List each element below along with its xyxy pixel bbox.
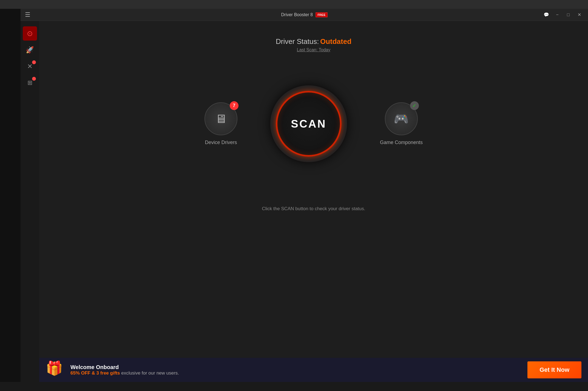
status-area: Driver Status: Outdated Last Scan: Today xyxy=(276,37,351,52)
device-drivers-icon[interactable]: 🖥 7 xyxy=(204,102,237,135)
banner-gift-icon: 🎁 xyxy=(46,360,65,379)
game-components-icon[interactable]: 🎮 ✓ xyxy=(385,102,418,135)
last-scan-text[interactable]: Last Scan: Today xyxy=(276,47,351,52)
close-button[interactable]: ✕ xyxy=(575,11,584,19)
helper-text: Click the SCAN button to check your driv… xyxy=(262,206,365,212)
sidebar: ⊙ 🚀 ✕ ⊞ xyxy=(21,21,39,382)
device-drivers-container: 🖥 7 Device Drivers xyxy=(204,102,237,145)
title-bar-left: ☰ xyxy=(25,11,30,18)
left-edge-panel xyxy=(0,9,21,382)
driver-status-value: Outdated xyxy=(320,37,351,46)
grid-badge xyxy=(32,77,36,81)
free-badge: FREE xyxy=(316,12,327,17)
main-content: Driver Status: Outdated Last Scan: Today… xyxy=(39,21,588,382)
monitor-icon: 🖥 xyxy=(215,112,227,126)
window-controls: 💬 − □ ✕ xyxy=(542,11,584,19)
banner-title: Welcome Onboard xyxy=(70,364,522,370)
bottom-banner: 🎁 Welcome Onboard 65% OFF & 3 free gifts… xyxy=(39,358,588,382)
title-bar-center: Driver Booster 8 FREE xyxy=(281,12,328,17)
device-drivers-badge: 7 xyxy=(230,101,238,110)
driver-status-row: Driver Status: Outdated xyxy=(276,37,351,46)
scan-sidebar-icon: ⊙ xyxy=(27,29,33,38)
tools-icon: ✕ xyxy=(27,63,33,70)
taskbar-top xyxy=(0,0,588,9)
scan-area: 🖥 7 Device Drivers SCAN � xyxy=(204,85,423,162)
sidebar-item-grid[interactable]: ⊞ xyxy=(23,76,37,90)
sidebar-item-scan[interactable]: ⊙ xyxy=(23,26,37,41)
get-it-now-button[interactable]: Get It Now xyxy=(527,361,581,378)
scan-button-label: SCAN xyxy=(291,118,326,130)
banner-text: Welcome Onboard 65% OFF & 3 free gifts e… xyxy=(70,364,522,376)
grid-icon: ⊞ xyxy=(27,79,32,86)
app-window: ☰ Driver Booster 8 FREE 💬 − □ ✕ ⊙ 🚀 ✕ xyxy=(21,9,588,382)
gift-graphic: 🎁 xyxy=(46,361,63,376)
sidebar-item-tools[interactable]: ✕ xyxy=(23,59,37,74)
sidebar-item-boost[interactable]: 🚀 xyxy=(23,43,37,57)
banner-subtitle: 65% OFF & 3 free gifts exclusive for our… xyxy=(70,370,522,376)
banner-subtitle-suffix: exclusive for our new users. xyxy=(121,370,179,376)
banner-highlight: 65% OFF & 3 free gifts xyxy=(70,370,120,376)
game-components-container: 🎮 ✓ Game Components xyxy=(380,102,423,145)
scan-outer-ring: SCAN xyxy=(270,85,347,162)
title-bar: ☰ Driver Booster 8 FREE 💬 − □ ✕ xyxy=(21,9,588,21)
chat-button[interactable]: 💬 xyxy=(542,11,551,19)
game-components-check: ✓ xyxy=(410,101,419,110)
gamepad-icon: 🎮 xyxy=(394,112,409,126)
app-title: Driver Booster 8 xyxy=(281,12,313,17)
device-drivers-label: Device Drivers xyxy=(205,140,237,145)
game-components-label: Game Components xyxy=(380,140,423,145)
driver-status-label: Driver Status: xyxy=(276,37,319,46)
hamburger-icon[interactable]: ☰ xyxy=(25,11,30,18)
app-body: ⊙ 🚀 ✕ ⊞ Driver Status: Outdated xyxy=(21,21,588,382)
maximize-button[interactable]: □ xyxy=(564,11,573,19)
boost-icon: 🚀 xyxy=(26,46,34,54)
minimize-button[interactable]: − xyxy=(553,11,562,19)
scan-button[interactable]: SCAN xyxy=(276,91,342,157)
scan-button-container: SCAN xyxy=(270,85,347,162)
tools-badge xyxy=(32,60,36,64)
